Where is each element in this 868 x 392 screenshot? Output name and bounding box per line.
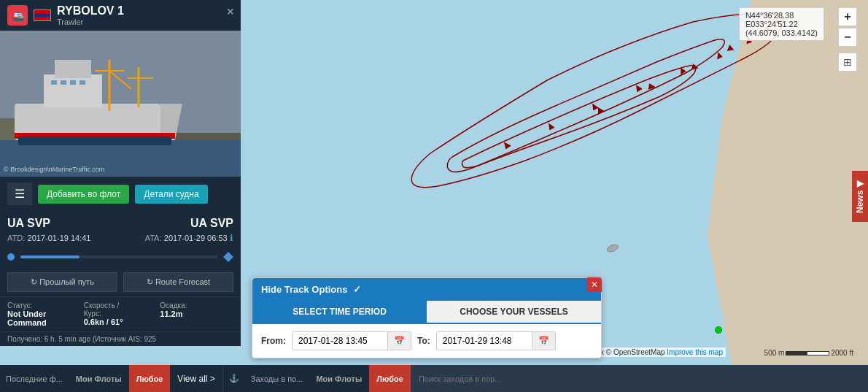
vessel-header: 🚢 RYBOLOV 1 Trawler ✕ bbox=[0, 0, 241, 31]
voyage-info: UA SVP UA SVP ATD: 2017-01-19 14:41 ATA:… bbox=[0, 211, 241, 249]
svg-rect-8 bbox=[55, 60, 91, 78]
svg-rect-10 bbox=[61, 80, 66, 85]
news-tab-label: News bbox=[855, 190, 865, 212]
draft-section: Осадка: 11.2m bbox=[160, 301, 233, 327]
zoom-controls: + − ⊞ bbox=[838, 7, 857, 72]
svg-rect-19 bbox=[18, 137, 171, 145]
svg-rect-11 bbox=[70, 80, 76, 85]
favorite-1-button[interactable]: Любое bbox=[129, 365, 171, 392]
tab-choose-vessels[interactable]: CHOOSE YOUR VESSELS bbox=[427, 301, 601, 323]
svg-rect-7 bbox=[44, 74, 102, 107]
add-to-fleet-button[interactable]: Добавить во флот bbox=[38, 185, 129, 204]
speed-value: 0.6kn / 61° bbox=[84, 318, 158, 326]
atd-label: ATD: bbox=[7, 234, 25, 242]
ata-row: ATA: 2017-01-29 06:53 ℹ bbox=[122, 233, 233, 243]
coord-lon: E033°24'51.22 bbox=[745, 20, 818, 28]
bottom-bar: Последние ф... Мои Флоты Любое View all … bbox=[0, 365, 868, 392]
draft-value: 11.2m bbox=[160, 310, 233, 318]
svg-rect-9 bbox=[51, 80, 57, 85]
checkmark-icon: ✓ bbox=[353, 284, 361, 295]
news-chevron-icon: ◀ bbox=[855, 180, 865, 190]
vessel-image: © Brookdesign\nMarineTraffic.com bbox=[0, 31, 241, 177]
menu-button[interactable]: ☰ bbox=[7, 182, 32, 205]
status-value: Not Under Command bbox=[7, 310, 81, 327]
progress-start-dot bbox=[7, 253, 15, 261]
from-label: From: bbox=[261, 336, 286, 346]
coordinates-display: N44°36'28.38 E033°24'51.22 (44.6079, 033… bbox=[739, 7, 824, 41]
ata-label: ATA: bbox=[145, 234, 162, 242]
track-tabs: SELECT TIME PERIOD CHOOSE YOUR VESSELS bbox=[252, 301, 601, 324]
my-fleets-1-button[interactable]: Мои Флоты bbox=[69, 365, 129, 392]
status-section: Статус: Not Under Command bbox=[7, 301, 81, 327]
atd-value: 2017-01-19 14:41 bbox=[28, 234, 91, 242]
my-fleets-2-button[interactable]: Мои Флоты bbox=[309, 365, 369, 392]
ata-value: 2017-01-29 06:53 bbox=[164, 234, 228, 242]
vessel-panel: 🚢 RYBOLOV 1 Trawler ✕ bbox=[0, 0, 241, 346]
action-buttons-bar: ☰ Добавить во флот Детали судна bbox=[0, 177, 241, 211]
port-search-input[interactable] bbox=[411, 365, 868, 392]
to-calendar-button[interactable]: 📅 bbox=[532, 332, 555, 350]
close-panel-button[interactable]: ✕ bbox=[226, 6, 235, 18]
port-calls-text: Заходы в по... bbox=[245, 374, 309, 383]
coord-lat: N44°36'28.38 bbox=[745, 11, 818, 20]
info-icon: ℹ bbox=[230, 233, 233, 243]
departure-port: UA SVP bbox=[7, 217, 119, 230]
scale-m: 500 m bbox=[764, 349, 785, 357]
zoom-out-button[interactable]: − bbox=[838, 28, 857, 47]
svg-rect-12 bbox=[80, 80, 85, 85]
track-options-panel: Hide Track Options ✓ ✕ SELECT TIME PERIO… bbox=[252, 277, 602, 358]
zoom-in-button[interactable]: + bbox=[838, 7, 857, 26]
arrival-port: UA SVP bbox=[122, 217, 233, 230]
scale-bar: 500 m 2000 ft bbox=[764, 349, 853, 357]
to-date-input-wrap: 📅 bbox=[436, 331, 556, 350]
hide-track-label: Hide Track Options bbox=[261, 284, 347, 295]
vessel-name: RYBOLOV 1 bbox=[57, 4, 124, 18]
svg-point-0 bbox=[606, 244, 619, 253]
vessel-details-button[interactable]: Детали судна bbox=[135, 185, 207, 204]
received-bar: Получено: 6 h. 5 min ago (Источник AIS: … bbox=[0, 331, 241, 346]
status-label: Статус: bbox=[7, 301, 81, 310]
atd-row: ATD: 2017-01-19 14:41 bbox=[7, 233, 119, 243]
section-fleets: Последние ф... Мои Флоты Любое View all … bbox=[0, 365, 222, 392]
arrival-port-value: UA SVP bbox=[190, 217, 233, 229]
last-fleets-text: Последние ф... bbox=[0, 374, 69, 383]
news-tab[interactable]: News ◀ bbox=[852, 171, 868, 222]
section-ports: ⚓ Заходы в по... Мои Флоты Любое bbox=[223, 365, 411, 392]
date-range-row: From: 📅 To: 📅 bbox=[252, 324, 601, 358]
map-layers-button[interactable]: ⊞ bbox=[838, 53, 857, 72]
coord-decimal: (44.6079, 033.4142) bbox=[745, 28, 818, 37]
speed-section: Скорость / Курс: 0.6kn / 61° bbox=[84, 301, 158, 327]
speed-label: Скорость / Курс: bbox=[84, 301, 158, 318]
osm-link: OpenStreetMap bbox=[613, 348, 665, 356]
from-date-input[interactable] bbox=[292, 332, 387, 350]
status-bar: Статус: Not Under Command Скорость / Кур… bbox=[0, 296, 241, 331]
to-date-input[interactable] bbox=[437, 332, 532, 350]
to-label: To: bbox=[417, 336, 430, 346]
vessel-type-icon: 🚢 bbox=[7, 5, 28, 26]
received-text: Получено: 6 h. 5 min ago (Источник AIS: … bbox=[7, 335, 156, 343]
progress-fill bbox=[20, 255, 80, 258]
progress-end-dot bbox=[223, 252, 233, 262]
progress-track bbox=[20, 255, 217, 258]
route-buttons-bar: ↻ Прошлый путь ↻ Route Forecast bbox=[0, 268, 241, 296]
route-forecast-button[interactable]: ↻ Route Forecast bbox=[123, 272, 233, 292]
progress-bar-row bbox=[0, 249, 241, 268]
favorite-2-button[interactable]: Любое bbox=[369, 365, 411, 392]
departure-port-value: UA SVP bbox=[7, 217, 50, 229]
vessel-scene-svg bbox=[0, 31, 241, 177]
track-options-header: Hide Track Options ✓ ✕ bbox=[252, 278, 601, 301]
from-calendar-button[interactable]: 📅 bbox=[387, 332, 411, 350]
view-all-button[interactable]: View all > bbox=[170, 374, 222, 384]
image-credit: © Brookdesign\nMarineTraffic.com bbox=[4, 166, 104, 173]
improve-link: Improve this map bbox=[667, 348, 723, 356]
anchor-icon: ⚓ bbox=[223, 374, 245, 383]
vessel-dot bbox=[715, 326, 722, 334]
close-track-options-button[interactable]: ✕ bbox=[587, 277, 602, 292]
tab-time-period[interactable]: SELECT TIME PERIOD bbox=[252, 301, 427, 323]
flag-icon bbox=[34, 9, 51, 21]
from-date-input-wrap: 📅 bbox=[292, 331, 411, 350]
track-options-title: Hide Track Options ✓ bbox=[261, 284, 361, 295]
past-route-button[interactable]: ↻ Прошлый путь bbox=[7, 272, 117, 292]
scale-ft: 2000 ft bbox=[831, 349, 853, 357]
draft-label: Осадка: bbox=[160, 301, 233, 310]
